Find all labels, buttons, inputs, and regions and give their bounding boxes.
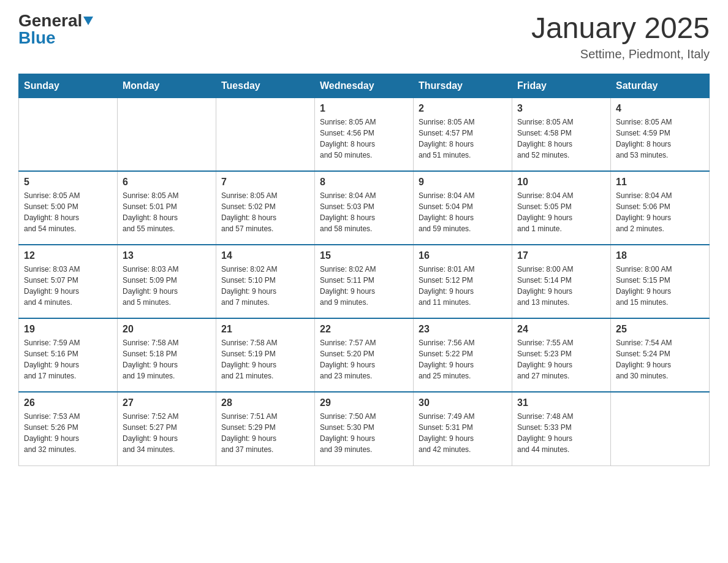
calendar-day-cell: 4Sunrise: 8:05 AM Sunset: 4:59 PM Daylig… <box>611 98 710 171</box>
calendar-day-cell: 23Sunrise: 7:56 AM Sunset: 5:22 PM Dayli… <box>414 318 512 392</box>
day-number: 31 <box>517 397 605 408</box>
weekday-header-thursday: Thursday <box>414 74 512 98</box>
day-number: 23 <box>419 324 507 335</box>
day-number: 3 <box>517 103 605 114</box>
calendar-day-cell: 29Sunrise: 7:50 AM Sunset: 5:30 PM Dayli… <box>315 392 414 465</box>
day-number: 24 <box>517 324 605 335</box>
day-number: 29 <box>320 397 408 408</box>
calendar-day-cell: 6Sunrise: 8:05 AM Sunset: 5:01 PM Daylig… <box>118 171 216 245</box>
calendar-day-cell <box>19 98 118 171</box>
day-number: 19 <box>24 324 112 335</box>
day-info: Sunrise: 7:49 AM Sunset: 5:31 PM Dayligh… <box>419 411 507 455</box>
day-number: 5 <box>24 177 112 188</box>
calendar-day-cell: 15Sunrise: 8:02 AM Sunset: 5:11 PM Dayli… <box>315 245 414 318</box>
calendar-day-cell: 1Sunrise: 8:05 AM Sunset: 4:56 PM Daylig… <box>315 98 414 171</box>
day-number: 8 <box>320 177 408 188</box>
calendar-day-cell: 16Sunrise: 8:01 AM Sunset: 5:12 PM Dayli… <box>414 245 512 318</box>
day-number: 27 <box>123 397 211 408</box>
weekday-header-saturday: Saturday <box>611 74 710 98</box>
day-info: Sunrise: 8:04 AM Sunset: 5:03 PM Dayligh… <box>320 190 408 234</box>
day-number: 7 <box>221 177 309 188</box>
day-info: Sunrise: 8:05 AM Sunset: 5:02 PM Dayligh… <box>221 190 309 234</box>
calendar-title: January 2025 <box>531 12 710 45</box>
day-info: Sunrise: 7:51 AM Sunset: 5:29 PM Dayligh… <box>221 411 309 455</box>
day-info: Sunrise: 7:56 AM Sunset: 5:22 PM Dayligh… <box>419 337 507 381</box>
logo-blue-text: Blue <box>18 29 56 47</box>
day-info: Sunrise: 7:58 AM Sunset: 5:18 PM Dayligh… <box>123 337 211 381</box>
calendar-week-row: 1Sunrise: 8:05 AM Sunset: 4:56 PM Daylig… <box>19 98 710 171</box>
day-info: Sunrise: 8:01 AM Sunset: 5:12 PM Dayligh… <box>419 264 507 308</box>
day-info: Sunrise: 8:04 AM Sunset: 5:04 PM Dayligh… <box>419 190 507 234</box>
calendar-day-cell: 14Sunrise: 8:02 AM Sunset: 5:10 PM Dayli… <box>216 245 315 318</box>
calendar-day-cell: 10Sunrise: 8:04 AM Sunset: 5:05 PM Dayli… <box>512 171 611 245</box>
calendar-day-cell: 20Sunrise: 7:58 AM Sunset: 5:18 PM Dayli… <box>118 318 216 392</box>
logo: General Blue <box>18 12 93 47</box>
calendar-day-cell: 27Sunrise: 7:52 AM Sunset: 5:27 PM Dayli… <box>118 392 216 465</box>
logo-general-text: General <box>18 12 82 29</box>
calendar-day-cell: 12Sunrise: 8:03 AM Sunset: 5:07 PM Dayli… <box>19 245 118 318</box>
day-info: Sunrise: 8:03 AM Sunset: 5:07 PM Dayligh… <box>24 264 112 308</box>
day-number: 18 <box>616 250 704 261</box>
calendar-day-cell: 7Sunrise: 8:05 AM Sunset: 5:02 PM Daylig… <box>216 171 315 245</box>
logo-triangle-icon <box>83 17 93 25</box>
calendar-day-cell: 11Sunrise: 8:04 AM Sunset: 5:06 PM Dayli… <box>611 171 710 245</box>
day-info: Sunrise: 7:58 AM Sunset: 5:19 PM Dayligh… <box>221 337 309 381</box>
calendar-day-cell: 13Sunrise: 8:03 AM Sunset: 5:09 PM Dayli… <box>118 245 216 318</box>
weekday-header-monday: Monday <box>118 74 216 98</box>
day-info: Sunrise: 8:02 AM Sunset: 5:11 PM Dayligh… <box>320 264 408 308</box>
day-info: Sunrise: 8:03 AM Sunset: 5:09 PM Dayligh… <box>123 264 211 308</box>
day-info: Sunrise: 8:05 AM Sunset: 4:56 PM Dayligh… <box>320 117 408 161</box>
calendar-week-row: 26Sunrise: 7:53 AM Sunset: 5:26 PM Dayli… <box>19 392 710 465</box>
day-info: Sunrise: 8:05 AM Sunset: 4:59 PM Dayligh… <box>616 117 704 161</box>
calendar-subtitle: Settime, Piedmont, Italy <box>531 47 710 61</box>
day-number: 15 <box>320 250 408 261</box>
calendar-week-row: 5Sunrise: 8:05 AM Sunset: 5:00 PM Daylig… <box>19 171 710 245</box>
day-number: 2 <box>419 103 507 114</box>
calendar-day-cell: 26Sunrise: 7:53 AM Sunset: 5:26 PM Dayli… <box>19 392 118 465</box>
weekday-header-wednesday: Wednesday <box>315 74 414 98</box>
calendar-day-cell: 28Sunrise: 7:51 AM Sunset: 5:29 PM Dayli… <box>216 392 315 465</box>
page-header: General Blue January 2025 Settime, Piedm… <box>18 12 710 61</box>
calendar-day-cell: 3Sunrise: 8:05 AM Sunset: 4:58 PM Daylig… <box>512 98 611 171</box>
day-number: 11 <box>616 177 704 188</box>
day-number: 30 <box>419 397 507 408</box>
calendar-day-cell: 17Sunrise: 8:00 AM Sunset: 5:14 PM Dayli… <box>512 245 611 318</box>
calendar-day-cell: 2Sunrise: 8:05 AM Sunset: 4:57 PM Daylig… <box>414 98 512 171</box>
calendar-day-cell: 22Sunrise: 7:57 AM Sunset: 5:20 PM Dayli… <box>315 318 414 392</box>
day-info: Sunrise: 8:00 AM Sunset: 5:14 PM Dayligh… <box>517 264 605 308</box>
day-number: 9 <box>419 177 507 188</box>
day-info: Sunrise: 7:50 AM Sunset: 5:30 PM Dayligh… <box>320 411 408 455</box>
day-info: Sunrise: 7:52 AM Sunset: 5:27 PM Dayligh… <box>123 411 211 455</box>
day-info: Sunrise: 7:48 AM Sunset: 5:33 PM Dayligh… <box>517 411 605 455</box>
calendar-header-row: SundayMondayTuesdayWednesdayThursdayFrid… <box>19 74 710 98</box>
day-number: 12 <box>24 250 112 261</box>
calendar-day-cell <box>118 98 216 171</box>
calendar-day-cell: 21Sunrise: 7:58 AM Sunset: 5:19 PM Dayli… <box>216 318 315 392</box>
calendar-day-cell: 8Sunrise: 8:04 AM Sunset: 5:03 PM Daylig… <box>315 171 414 245</box>
calendar-day-cell: 5Sunrise: 8:05 AM Sunset: 5:00 PM Daylig… <box>19 171 118 245</box>
day-number: 26 <box>24 397 112 408</box>
calendar-day-cell: 24Sunrise: 7:55 AM Sunset: 5:23 PM Dayli… <box>512 318 611 392</box>
calendar-day-cell: 30Sunrise: 7:49 AM Sunset: 5:31 PM Dayli… <box>414 392 512 465</box>
day-number: 20 <box>123 324 211 335</box>
day-number: 25 <box>616 324 704 335</box>
day-number: 1 <box>320 103 408 114</box>
day-info: Sunrise: 8:04 AM Sunset: 5:06 PM Dayligh… <box>616 190 704 234</box>
day-info: Sunrise: 8:04 AM Sunset: 5:05 PM Dayligh… <box>517 190 605 234</box>
day-info: Sunrise: 8:02 AM Sunset: 5:10 PM Dayligh… <box>221 264 309 308</box>
title-block: January 2025 Settime, Piedmont, Italy <box>531 12 710 61</box>
calendar-day-cell: 19Sunrise: 7:59 AM Sunset: 5:16 PM Dayli… <box>19 318 118 392</box>
day-number: 16 <box>419 250 507 261</box>
day-number: 6 <box>123 177 211 188</box>
day-info: Sunrise: 8:05 AM Sunset: 4:58 PM Dayligh… <box>517 117 605 161</box>
day-number: 21 <box>221 324 309 335</box>
weekday-header-sunday: Sunday <box>19 74 118 98</box>
calendar-day-cell: 9Sunrise: 8:04 AM Sunset: 5:04 PM Daylig… <box>414 171 512 245</box>
day-info: Sunrise: 8:05 AM Sunset: 4:57 PM Dayligh… <box>419 117 507 161</box>
day-number: 28 <box>221 397 309 408</box>
day-info: Sunrise: 7:55 AM Sunset: 5:23 PM Dayligh… <box>517 337 605 381</box>
calendar-day-cell: 25Sunrise: 7:54 AM Sunset: 5:24 PM Dayli… <box>611 318 710 392</box>
day-info: Sunrise: 7:53 AM Sunset: 5:26 PM Dayligh… <box>24 411 112 455</box>
day-info: Sunrise: 8:05 AM Sunset: 5:01 PM Dayligh… <box>123 190 211 234</box>
day-number: 17 <box>517 250 605 261</box>
